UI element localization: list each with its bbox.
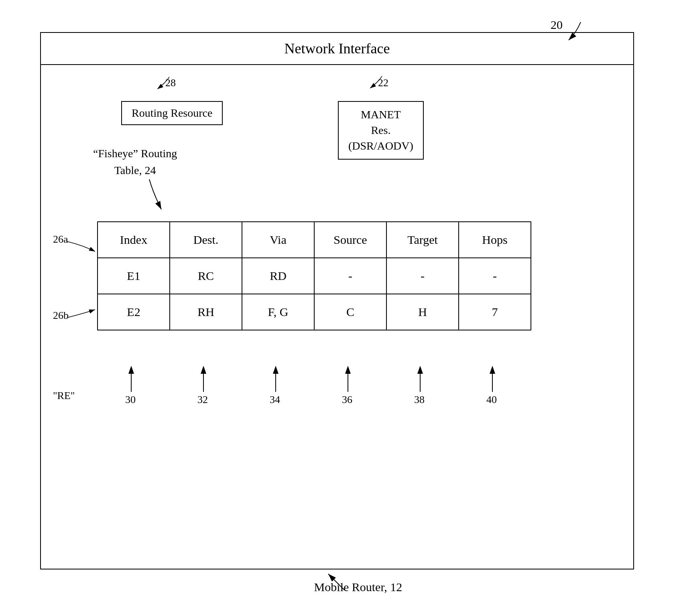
arrow-38-svg <box>408 366 432 394</box>
col-hops: Hops <box>459 222 531 258</box>
arrow-36-svg <box>336 366 360 394</box>
table-row: E1 RC RD - - - <box>98 258 531 294</box>
col-target: Target <box>386 222 459 258</box>
label-30: 30 <box>125 394 136 406</box>
table-header-row: Index Dest. Via Source Target Hops <box>98 222 531 258</box>
arrow-32-svg <box>191 366 215 394</box>
cell-e2-hops: 7 <box>459 294 531 330</box>
re-label: "RE" <box>53 390 75 402</box>
col-via: Via <box>242 222 314 258</box>
network-interface-bar: Network Interface <box>41 33 633 65</box>
inner-content: 28 Routing Resource 22 MANET Res. (DSR/A… <box>41 65 633 569</box>
routing-resource-box: Routing Resource <box>121 101 223 125</box>
cell-e2-index: E2 <box>98 294 170 330</box>
cell-e1-dest: RC <box>170 258 242 294</box>
manet-res-box: MANET Res. (DSR/AODV) <box>338 101 424 160</box>
arrow-30-svg <box>119 366 143 394</box>
page: 20 Network Interface 28 Routing R <box>0 0 681 616</box>
outer-box: Network Interface 28 Routing Resource 22 <box>40 32 634 569</box>
cell-e1-hops: - <box>459 258 531 294</box>
fisheye-label: “Fisheye” Routing Table, 24 <box>93 145 177 179</box>
cell-e2-target: H <box>386 294 459 330</box>
arrow-34-svg <box>264 366 288 394</box>
cell-e2-dest: RH <box>170 294 242 330</box>
arrow-40-svg <box>480 366 504 394</box>
routing-table: Index Dest. Via Source Target Hops E1 RC… <box>97 221 531 330</box>
cell-e1-target: - <box>386 258 459 294</box>
label-40: 40 <box>486 394 497 406</box>
arrow-26a-svg <box>63 237 99 257</box>
arrow-28-svg <box>141 73 181 93</box>
table-row: E2 RH F, G C H 7 <box>98 294 531 330</box>
col-index: Index <box>98 222 170 258</box>
network-interface-label: Network Interface <box>285 40 390 57</box>
col-source: Source <box>314 222 386 258</box>
mobile-router-arrow-svg <box>320 570 352 594</box>
col-dest: Dest. <box>170 222 242 258</box>
fisheye-arrow-svg <box>137 177 185 217</box>
cell-e1-index: E1 <box>98 258 170 294</box>
arrow-22-svg <box>354 72 394 92</box>
cell-e1-source: - <box>314 258 386 294</box>
label-32: 32 <box>197 394 208 406</box>
label-34: 34 <box>270 394 280 406</box>
label-36: 36 <box>342 394 352 406</box>
label-38: 38 <box>414 394 425 406</box>
cell-e1-via: RD <box>242 258 314 294</box>
arrow-26b-svg <box>63 302 99 322</box>
cell-e2-via: F, G <box>242 294 314 330</box>
cell-e2-source: C <box>314 294 386 330</box>
